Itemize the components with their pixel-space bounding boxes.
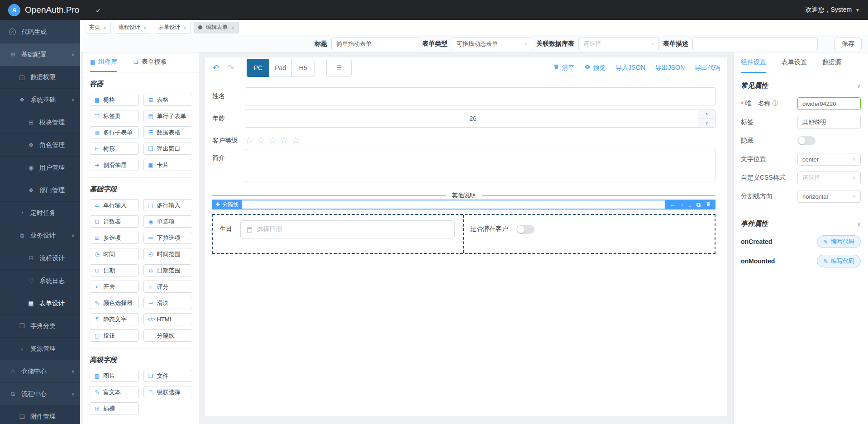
arrow-down-icon[interactable]: ↓ [688,202,692,208]
component-switch[interactable]: ◐开关 [90,281,139,293]
device-button-pc[interactable]: PC [247,59,269,77]
sidebar-item-data-permission[interactable]: ◫数据权限 [0,66,80,89]
component-time[interactable]: ◷时间 [90,248,139,260]
field-age-input[interactable] [245,110,715,128]
form-db-select[interactable]: 请选择 ˅ [578,38,659,50]
component-divider[interactable]: —分隔线 [143,329,193,342]
close-icon[interactable]: × [143,25,146,30]
prop-input-0[interactable] [797,97,861,110]
sidebar-item-process-center[interactable]: ⧉流程中心∨ [0,383,80,405]
sidebar-item-form-design[interactable]: ▦表单设计 [0,292,80,315]
component-checkbox[interactable]: ☑多选项 [90,232,139,244]
component-data-table[interactable]: ☰数据表格 [143,126,193,138]
component-popup[interactable]: ❐弹出窗口 [143,143,193,155]
canvas-action-export-json[interactable]: 导出JSON [655,64,685,72]
page-tab-home[interactable]: 主页× [85,22,111,33]
grid-container[interactable]: 生日 选择日期 是否潜在客户 [212,214,715,254]
birthday-date-picker[interactable]: 选择日期 [240,220,455,238]
prop-select-5[interactable]: horizontal˅ [797,190,861,203]
component-slider[interactable]: ⊸滑块 [143,297,193,309]
save-button[interactable]: 保存 [835,38,862,50]
event-props-section-header[interactable]: 事件属性 ∨ [741,219,861,228]
component-slot[interactable]: ⊞插槽 [90,402,139,414]
component-rate[interactable]: ☆评分 [143,281,193,293]
component-color-picker[interactable]: ✎颜色选择器 [90,297,139,309]
divider-component-selected[interactable]: 其他说明 ✚ 分隔线 ←↑↓⧉ [212,191,715,210]
sidebar-item-user-management[interactable]: ◉用户管理 [0,157,80,179]
edit-code-button[interactable]: ✎编写代码 [817,255,861,267]
redo-icon[interactable]: ↷ [227,63,234,73]
sidebar-item-system-base[interactable]: ❖系统基础∧ [0,89,80,111]
sidebar-item-warehouse-center[interactable]: ⌂仓储中心∨ [0,360,80,383]
potential-customer-switch[interactable] [516,225,534,234]
prop-select-3[interactable]: center˅ [797,153,861,166]
undo-icon[interactable]: ↶ [212,63,219,73]
field-name-input[interactable] [245,87,715,105]
sidebar-item-module-management[interactable]: ⊞模块管理 [0,111,80,134]
star-icon[interactable]: ☆ [257,135,265,145]
props-tab-data-source[interactable]: 数据源 [822,52,841,73]
star-icon[interactable]: ☆ [268,135,277,145]
props-tab-form-settings[interactable]: 表单设置 [782,52,807,73]
sidebar-item-business-design[interactable]: ⧉业务设计∧ [0,224,80,247]
divider-drag-handle[interactable]: ✚ 分隔线 [212,200,242,210]
component-static-text[interactable]: ¶静态文字 [90,313,139,325]
form-title-input[interactable] [331,38,418,50]
close-icon[interactable]: × [104,25,106,30]
spinner-up-icon[interactable]: ∧ [698,110,715,119]
component-multi-subform[interactable]: ▥多行子表单 [90,126,139,138]
prop-input-1[interactable] [797,116,861,129]
sidebar-item-flow-design[interactable]: ⊟流程设计 [0,247,80,270]
component-select[interactable]: ≔下拉选项 [143,232,193,244]
component-card[interactable]: ▣卡片 [143,159,193,171]
collapse-sidebar-icon[interactable]: ↙ [95,6,101,14]
spinner-down-icon[interactable]: ∨ [698,119,715,128]
prop-switch[interactable] [797,136,816,145]
component-grid[interactable]: ▦栅格 [90,94,139,106]
component-date-range[interactable]: ⧉日期范围 [143,264,193,276]
copy-icon[interactable]: ⧉ [696,202,701,208]
star-icon[interactable]: ☆ [291,135,300,145]
close-icon[interactable]: × [231,25,234,30]
edit-code-button[interactable]: ✎编写代码 [817,235,861,248]
star-icon[interactable]: ☆ [280,135,288,145]
common-props-section-header[interactable]: 常见属性 ∨ [741,81,861,90]
sidebar-item-role-management[interactable]: ❖角色管理 [0,134,80,157]
close-icon[interactable]: × [184,25,186,30]
page-tab-form-design[interactable]: 表单设计× [154,22,191,33]
component-html[interactable]: </>HTML [143,313,193,325]
arrow-up-icon[interactable]: ↑ [681,202,684,208]
arrow-left-icon[interactable]: ← [670,202,676,208]
sidebar-item-dictionary-category[interactable]: ❐字典分类 [0,315,80,338]
prop-select-4[interactable]: 请选择˅ [797,172,861,184]
trash-icon[interactable] [706,201,711,208]
component-rich-text[interactable]: ✎富文本 [90,386,139,398]
sidebar-item-department-management[interactable]: ❖部门管理 [0,179,80,202]
component-drawer[interactable]: ⇥侧滑抽屉 [90,159,139,171]
component-tabs[interactable]: ❒标签页 [90,110,139,122]
sidebar-item-attachment-management[interactable]: ❏附件管理 [0,405,80,424]
form-type-select[interactable]: 可拖拽动态表单 ˅ [452,38,532,50]
canvas-action-import-json[interactable]: 导入JSON [615,64,645,72]
canvas-action-export-code[interactable]: 导出代码 [695,64,720,72]
field-intro-textarea[interactable] [245,149,715,182]
panel-tab-form-templates[interactable]: ❒表单模板 [134,52,167,72]
form-desc-input[interactable] [692,38,818,50]
star-icon[interactable]: ☆ [245,135,253,145]
component-date[interactable]: ⊡日期 [90,264,139,276]
component-button[interactable]: ◱按钮 [90,329,139,342]
user-menu[interactable]: 欢迎您，System ▼ [805,6,860,14]
component-time-range[interactable]: ◴时间范围 [143,248,193,260]
component-cascader[interactable]: ≣级联选择 [143,386,193,398]
props-tab-component-settings[interactable]: 组件设置 [741,52,766,73]
panel-tab-component-library[interactable]: ▦组件库 [90,52,117,72]
sidebar-item-system-logs[interactable]: ♡系统日志 [0,270,80,292]
component-file[interactable]: ❏文件 [143,370,193,382]
page-tab-flow-design[interactable]: 流程设计× [114,22,151,33]
component-counter[interactable]: ⊟计数器 [90,215,139,228]
component-tree[interactable]: ⊢树形 [90,143,139,155]
component-radio[interactable]: ◉单选项 [143,215,193,228]
page-tab-edit-form[interactable]: 编辑表单× [194,22,238,33]
device-button-pad[interactable]: Pad [269,59,292,77]
outline-tree-button[interactable]: ☰ [326,59,352,77]
